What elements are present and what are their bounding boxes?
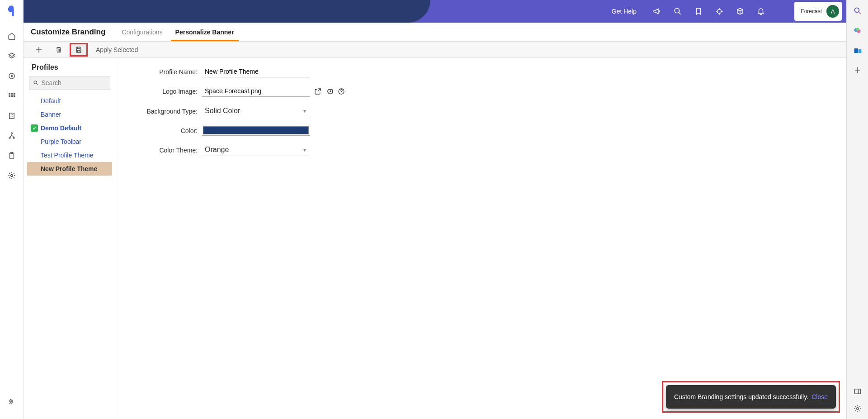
- toolbar: Apply Selected: [24, 42, 846, 58]
- background-type-value: Solid Color: [205, 107, 240, 115]
- toast-message: Custom Branding settings updated success…: [674, 393, 808, 400]
- logo-image-label: Logo Image:: [134, 88, 198, 95]
- color-theme-value: Orange: [205, 146, 229, 154]
- tab-personalize-banner[interactable]: Personalize Banner: [175, 23, 234, 41]
- tabs: Configurations Personalize Banner: [122, 23, 234, 41]
- os-settings-icon[interactable]: [854, 405, 862, 413]
- svg-point-12: [13, 137, 14, 138]
- row-color-theme: Color Theme: Orange ▼: [134, 144, 846, 156]
- svg-point-23: [856, 28, 859, 31]
- home-icon[interactable]: [6, 31, 17, 42]
- color-label: Color:: [134, 127, 198, 134]
- color-theme-label: Color Theme:: [134, 147, 198, 154]
- svg-rect-4: [11, 93, 13, 95]
- logo-row-icons: [314, 88, 345, 95]
- svg-rect-6: [9, 95, 10, 97]
- profile-demo-default-label: Demo Default: [41, 124, 81, 132]
- color-theme-select[interactable]: Orange ▼: [202, 144, 310, 156]
- profile-new-profile-theme[interactable]: New Profile Theme: [27, 162, 112, 176]
- svg-rect-3: [9, 93, 10, 95]
- row-profile-name: Profile Name:: [134, 66, 846, 77]
- profiles-search[interactable]: [29, 76, 110, 90]
- search-icon[interactable]: [674, 7, 682, 15]
- user-box[interactable]: Forecast A: [794, 2, 842, 21]
- bookmark-icon[interactable]: [694, 7, 703, 15]
- banner-actions: Get Help: [612, 7, 765, 15]
- megaphone-icon[interactable]: [653, 7, 661, 15]
- os-rail: [846, 0, 868, 419]
- box-icon[interactable]: [6, 51, 17, 62]
- main-content: Get Help Forecast A C: [24, 0, 846, 419]
- profile-default[interactable]: Default: [24, 94, 116, 108]
- brand-logo: [5, 5, 18, 17]
- user-name: Forecast: [801, 8, 822, 14]
- open-external-icon[interactable]: [314, 88, 321, 95]
- crosshair-icon[interactable]: [715, 7, 723, 15]
- apply-selected-button[interactable]: Apply Selected: [96, 46, 138, 53]
- search-input[interactable]: [41, 79, 106, 86]
- svg-point-27: [856, 408, 859, 410]
- profiles-heading: Profiles: [24, 63, 116, 76]
- page-header: Customize Branding Configurations Person…: [24, 23, 846, 42]
- logo-image-input[interactable]: [202, 86, 310, 97]
- background-type-select[interactable]: Solid Color ▼: [202, 105, 310, 117]
- help-icon[interactable]: [338, 88, 345, 95]
- svg-rect-9: [9, 113, 14, 119]
- clear-icon[interactable]: [326, 88, 333, 95]
- clipboard-icon[interactable]: [6, 150, 17, 161]
- row-background-type: Background Type: Solid Color ▼: [134, 105, 846, 117]
- add-tab-icon[interactable]: [854, 66, 862, 74]
- profile-demo-default[interactable]: ✓ Demo Default: [24, 121, 116, 135]
- save-button[interactable]: [70, 43, 88, 57]
- add-button[interactable]: [30, 43, 48, 57]
- copilot-icon[interactable]: [853, 26, 862, 35]
- settings-icon[interactable]: [6, 170, 17, 181]
- svg-rect-26: [854, 389, 861, 394]
- chevron-down-icon: ▼: [302, 109, 307, 114]
- row-logo-image: Logo Image:: [134, 86, 846, 97]
- banner-dark-section: [24, 0, 430, 23]
- form-area: Profile Name: Logo Image:: [116, 58, 846, 419]
- row-color: Color:: [134, 125, 846, 136]
- svg-point-20: [854, 8, 859, 12]
- toast: Custom Branding settings updated success…: [662, 381, 840, 413]
- background-type-label: Background Type:: [134, 108, 198, 115]
- user-avatar: A: [826, 5, 839, 18]
- svg-rect-24: [854, 48, 858, 53]
- profile-name-label: Profile Name:: [134, 68, 198, 76]
- app-rail: [0, 0, 24, 419]
- bell-icon[interactable]: [757, 7, 765, 15]
- svg-point-11: [9, 137, 10, 138]
- color-swatch[interactable]: [203, 126, 309, 134]
- body-split: Profiles Default Banner ✓ Demo Default P…: [24, 58, 846, 419]
- grid-icon[interactable]: [6, 90, 17, 101]
- outlook-icon[interactable]: [853, 46, 862, 55]
- delete-button[interactable]: [50, 43, 68, 57]
- profiles-panel: Profiles Default Banner ✓ Demo Default P…: [24, 58, 116, 419]
- svg-point-2: [11, 76, 12, 77]
- tab-configurations[interactable]: Configurations: [122, 23, 162, 41]
- target-icon[interactable]: [6, 71, 17, 81]
- svg-rect-5: [13, 93, 15, 95]
- svg-rect-7: [11, 95, 13, 97]
- profile-test-profile-theme[interactable]: Test Profile Theme: [24, 148, 116, 162]
- pin-icon[interactable]: [6, 397, 17, 408]
- toast-inner: Custom Branding settings updated success…: [666, 385, 836, 409]
- profile-banner[interactable]: Banner: [24, 108, 116, 121]
- svg-point-10: [11, 133, 12, 134]
- search-icon-small: [33, 80, 38, 86]
- hierarchy-icon[interactable]: [6, 130, 17, 141]
- svg-rect-8: [13, 95, 15, 97]
- svg-point-17: [717, 10, 722, 14]
- svg-point-16: [675, 8, 679, 13]
- svg-rect-25: [858, 49, 861, 53]
- building-icon[interactable]: [6, 110, 17, 121]
- chevron-down-icon: ▼: [302, 148, 307, 152]
- profile-name-input[interactable]: [202, 66, 310, 77]
- toast-close-button[interactable]: Close: [811, 393, 828, 400]
- panel-icon[interactable]: [854, 387, 862, 395]
- os-search-icon[interactable]: [853, 6, 862, 15]
- profile-purple-toolbar[interactable]: Purple Toolbar: [24, 135, 116, 148]
- cube-icon[interactable]: [736, 7, 744, 15]
- get-help-link[interactable]: Get Help: [612, 8, 637, 15]
